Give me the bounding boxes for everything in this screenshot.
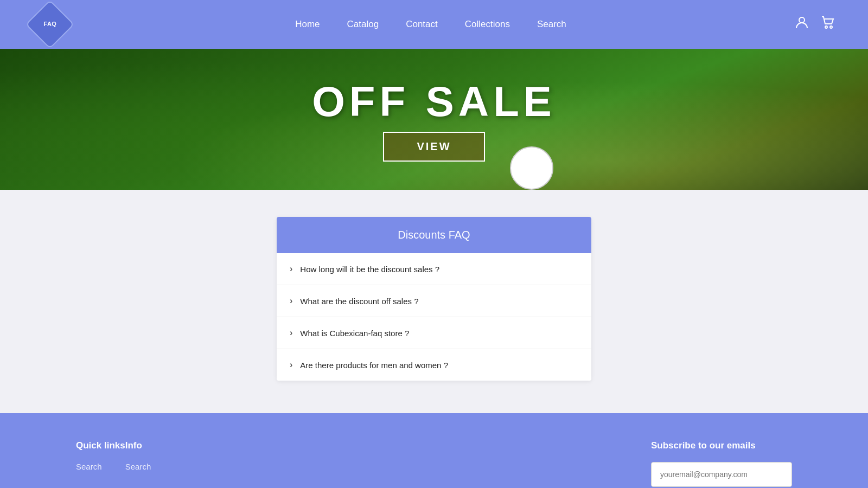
faq-item-3[interactable]: › What is Cubexican-faq store ? <box>277 317 591 349</box>
faq-question-3: What is Cubexican-faq store ? <box>300 329 409 338</box>
subscribe-heading: Subscribe to our emails <box>651 440 756 451</box>
cart-icon[interactable] <box>820 15 835 34</box>
faq-question-4: Are there products for men and women ? <box>300 361 448 370</box>
faq-title: Discounts FAQ <box>277 217 591 253</box>
quick-links-heading: Quick links <box>76 440 125 451</box>
hero-banner: OFF SALE VIEW <box>0 49 868 190</box>
svg-point-1 <box>825 26 827 28</box>
faq-question-1: How long will it be the discount sales ? <box>300 265 439 274</box>
nav-search[interactable]: Search <box>537 19 566 30</box>
chevron-right-icon-3: › <box>290 328 292 338</box>
faq-section: Discounts FAQ › How long will it be the … <box>277 217 591 381</box>
chevron-right-icon-4: › <box>290 360 292 370</box>
chevron-right-icon-1: › <box>290 264 292 274</box>
hero-title: OFF SALE <box>312 77 556 126</box>
main-nav: Home Catalog Contact Collections Search <box>295 19 566 30</box>
header-actions <box>794 15 835 34</box>
info-heading: Info <box>125 440 151 451</box>
site-footer: Quick links Search Info Search Subscribe… <box>0 413 868 488</box>
user-icon[interactable] <box>794 15 809 34</box>
faq-question-2: What are the discount off sales ? <box>300 297 418 306</box>
faq-item-1[interactable]: › How long will it be the discount sales… <box>277 253 591 285</box>
logo[interactable]: FAQ <box>33 7 67 42</box>
footer-quick-links: Quick links Search <box>76 440 125 476</box>
email-input[interactable] <box>651 462 792 487</box>
footer-info: Info Search <box>125 440 151 476</box>
faq-item-2[interactable]: › What are the discount off sales ? <box>277 285 591 317</box>
chevron-right-icon-2: › <box>290 296 292 306</box>
nav-catalog[interactable]: Catalog <box>347 19 379 30</box>
nav-collections[interactable]: Collections <box>465 19 510 30</box>
footer-search-link-1[interactable]: Search <box>76 462 125 471</box>
svg-point-2 <box>830 26 832 28</box>
nav-contact[interactable]: Contact <box>406 19 438 30</box>
faq-item-4[interactable]: › Are there products for men and women ? <box>277 349 591 381</box>
svg-point-0 <box>799 17 805 23</box>
hero-view-button[interactable]: VIEW <box>383 132 484 162</box>
nav-home[interactable]: Home <box>295 19 320 30</box>
footer-subscribe-section: Subscribe to our emails Subscribe → Shar… <box>651 440 792 488</box>
logo-text: FAQ <box>43 21 56 28</box>
main-content: Discounts FAQ › How long will it be the … <box>0 190 868 413</box>
soccer-ball-decoration <box>510 146 553 190</box>
site-header: FAQ Home Catalog Contact Collections Sea… <box>0 0 868 49</box>
footer-search-link-2[interactable]: Search <box>125 462 151 471</box>
